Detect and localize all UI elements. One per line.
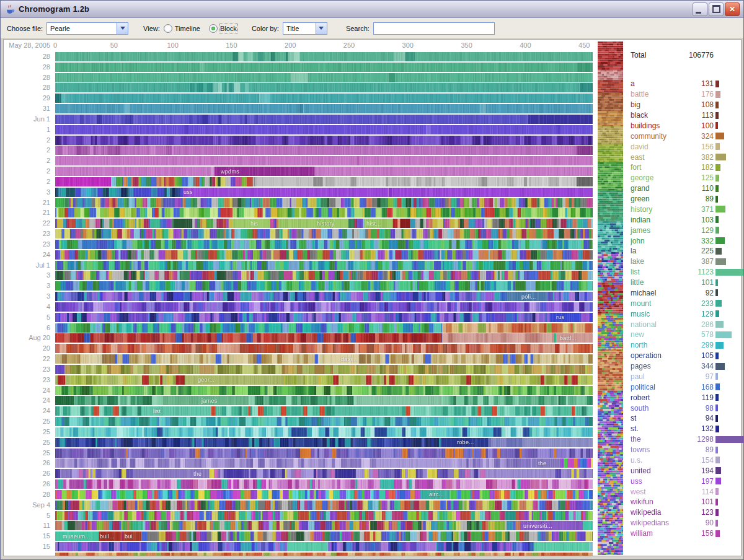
word-row[interactable]: community324 — [626, 131, 740, 141]
word-count: 154 — [683, 456, 714, 465]
word-row[interactable]: wikipedia123 — [626, 507, 740, 518]
word-frequency-bar — [715, 415, 718, 422]
word-row[interactable]: little101 — [626, 278, 740, 288]
row-date-label: 5 — [1, 313, 50, 321]
word-row[interactable]: list1123 — [626, 267, 740, 278]
word-row[interactable]: john332 — [626, 235, 740, 246]
word-row[interactable]: towns89 — [626, 445, 740, 455]
word-row[interactable]: big108 — [626, 100, 740, 110]
word-row[interactable]: u.s.154 — [626, 455, 740, 466]
word-frequency-bar — [715, 520, 718, 527]
word-row[interactable]: grand110 — [626, 183, 740, 194]
word-row[interactable]: william156 — [626, 528, 740, 539]
word-count: 156 — [683, 142, 714, 151]
overview-strip-canvas[interactable] — [598, 42, 623, 555]
block-title-label: battl... — [560, 335, 577, 341]
word-row[interactable]: black113 — [626, 110, 740, 121]
row-date-label: 22 — [1, 355, 50, 362]
word-row[interactable]: robert119 — [626, 392, 740, 403]
word-row[interactable]: new578 — [626, 330, 740, 340]
word-frequency-bar — [715, 196, 718, 203]
word-count: 286 — [683, 320, 714, 329]
row-date-label: 28 — [1, 491, 50, 498]
color-by-combobox[interactable]: Title — [283, 22, 327, 35]
block-title-label: poli... — [521, 294, 536, 300]
word-label: david — [626, 142, 683, 151]
word-row[interactable]: battle176 — [626, 89, 740, 100]
word-row[interactable]: east382 — [626, 152, 740, 162]
word-frequency-bar — [715, 154, 726, 160]
word-label: north — [626, 341, 683, 349]
word-row[interactable]: north299 — [626, 340, 740, 351]
row-date-label: 26 — [1, 480, 50, 488]
word-row[interactable]: united194 — [626, 465, 740, 476]
word-count: 125 — [683, 173, 714, 182]
word-row[interactable]: david156 — [626, 141, 740, 152]
word-row[interactable]: indian103 — [626, 214, 740, 225]
search-input[interactable] — [373, 22, 495, 35]
row-date-label: 28 — [1, 53, 50, 60]
axis-tick: 100 — [167, 42, 178, 49]
radio-timeline[interactable]: Timeline — [164, 24, 200, 33]
axis-tick: 400 — [520, 42, 531, 49]
word-frequency-bar — [715, 216, 719, 223]
word-label: music — [626, 310, 683, 318]
word-row[interactable]: history371 — [626, 204, 740, 215]
choose-file-label: Choose file: — [7, 25, 43, 32]
word-row[interactable]: a131 — [626, 79, 740, 89]
word-label: lake — [626, 257, 683, 266]
word-frequency-bar — [715, 373, 718, 380]
word-row[interactable]: wikipedians90 — [626, 518, 740, 528]
minimize-button[interactable] — [693, 2, 707, 16]
block-title-label: the — [193, 471, 202, 477]
close-button[interactable]: ✕ — [725, 2, 740, 16]
window-controls: ✕ — [693, 2, 740, 16]
word-row[interactable]: lake387 — [626, 256, 740, 267]
word-row[interactable]: the1298 — [626, 434, 740, 445]
word-row[interactable]: pages344 — [626, 361, 740, 372]
file-combobox[interactable]: Pearle — [46, 22, 128, 35]
word-row[interactable]: mount233 — [626, 298, 740, 308]
word-row[interactable]: buildings100 — [626, 121, 740, 131]
word-frequency-bar — [715, 310, 719, 317]
word-label: south — [626, 404, 683, 413]
word-row[interactable]: james129 — [626, 225, 740, 235]
chromogram-blocks-canvas[interactable] — [55, 52, 593, 556]
word-row[interactable]: national286 — [626, 319, 740, 330]
word-label: la — [626, 247, 683, 255]
word-label: big — [626, 100, 683, 109]
word-frequency-bar — [715, 509, 719, 516]
word-row[interactable]: paul97 — [626, 372, 740, 382]
word-row[interactable]: la225 — [626, 246, 740, 256]
word-row[interactable]: michael92 — [626, 288, 740, 299]
word-row[interactable]: george125 — [626, 173, 740, 183]
chevron-down-icon[interactable] — [316, 23, 327, 34]
word-row[interactable]: wikifun101 — [626, 497, 740, 507]
word-frequency-panel: Total 106776 a131battle176big108black113… — [626, 40, 740, 556]
word-row[interactable]: political168 — [626, 382, 740, 392]
word-row[interactable]: music129 — [626, 308, 740, 319]
block-title-label: museum... — [63, 533, 91, 540]
color-by-combobox-value: Title — [283, 23, 316, 34]
word-row[interactable]: st94 — [626, 413, 740, 424]
word-row[interactable]: green89 — [626, 194, 740, 204]
maximize-button[interactable] — [709, 2, 724, 16]
block-title-label: universiti... — [523, 523, 552, 529]
axis-tick: 250 — [343, 42, 355, 49]
block-title-label: the — [538, 460, 546, 466]
word-row[interactable]: uss197 — [626, 476, 740, 486]
block-title-label: uss — [184, 189, 193, 195]
total-row: Total 106776 — [626, 51, 740, 59]
word-row[interactable]: south98 — [626, 403, 740, 413]
word-row[interactable]: west114 — [626, 486, 740, 497]
word-frequency-bar — [715, 405, 718, 411]
word-row[interactable]: fort182 — [626, 162, 740, 173]
chevron-down-icon[interactable] — [117, 23, 128, 34]
row-date-label: 4 — [1, 303, 50, 310]
total-label: Total — [626, 51, 683, 59]
word-row[interactable]: st.132 — [626, 424, 740, 434]
word-label: robert — [626, 393, 683, 402]
radio-block[interactable]: Block — [209, 24, 237, 33]
word-label: history — [626, 205, 683, 214]
word-row[interactable]: operation105 — [626, 351, 740, 361]
